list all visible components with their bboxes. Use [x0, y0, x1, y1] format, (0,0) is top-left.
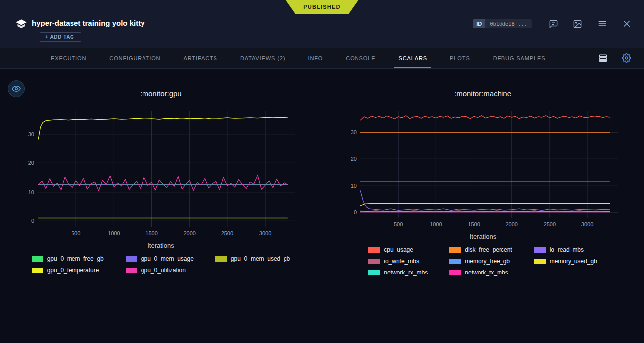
svg-text:1000: 1000 — [430, 221, 442, 227]
legend-item-gpu-0-mem-free-gb[interactable]: gpu_0_mem_free_gb — [32, 255, 104, 262]
close-icon[interactable] — [622, 19, 631, 28]
legend-item-cpu-usage[interactable]: cpu_usage — [368, 246, 428, 253]
legend-item-gpu-0-mem-used-gb[interactable]: gpu_0_mem_used_gb — [215, 255, 290, 262]
legend-label: gpu_0_mem_free_gb — [47, 255, 104, 262]
legend-label: io_read_mbs — [550, 246, 584, 253]
legend-label: network_tx_mbs — [465, 269, 508, 276]
svg-text:10: 10 — [350, 183, 356, 189]
settings-gear-icon[interactable] — [622, 53, 631, 63]
legend-swatch — [449, 247, 461, 253]
svg-text:2500: 2500 — [221, 230, 233, 236]
image-preview-icon[interactable] — [573, 19, 582, 29]
svg-text:0: 0 — [353, 209, 356, 215]
svg-text:1500: 1500 — [468, 221, 480, 227]
legend-label: gpu_0_temperature — [47, 267, 99, 274]
gpu-chart-panel: :monitor:gpu 010203050010001500200025003… — [0, 70, 322, 276]
title-block: hyper-dataset training yolo kitty + ADD … — [32, 15, 145, 42]
app-root: PUBLISHED hyper-dataset training yolo ki… — [0, 0, 644, 276]
svg-text:0: 0 — [31, 218, 34, 224]
header-actions: ID 0b1dde18 ... — [473, 19, 631, 29]
legend-item-gpu-0-utilization[interactable]: gpu_0_utilization — [126, 267, 194, 274]
tab-debug-samples[interactable]: DEBUG SAMPLES — [493, 48, 546, 68]
legend-label: memory_used_gb — [550, 258, 597, 265]
legend-item-io-read-mbs[interactable]: io_read_mbs — [534, 246, 597, 253]
menu-icon[interactable] — [597, 19, 607, 29]
tab-dataviews-2[interactable]: DATAVIEWS (2) — [240, 48, 286, 68]
legend-label: gpu_0_mem_usage — [141, 255, 194, 262]
tabbar-icons — [598, 53, 631, 63]
machine-chart-plot[interactable]: 010203050010001500200025003000 — [343, 106, 624, 231]
legend-item-network-rx-mbs[interactable]: network_rx_mbs — [368, 269, 428, 276]
svg-text:2000: 2000 — [183, 230, 195, 236]
legend-label: gpu_0_utilization — [141, 267, 186, 274]
legend-item-gpu-0-temperature[interactable]: gpu_0_temperature — [32, 267, 104, 274]
tab-scalars[interactable]: SCALARS — [398, 48, 427, 68]
id-label: ID — [473, 19, 485, 28]
legend-swatch — [32, 268, 43, 273]
comments-icon[interactable] — [549, 19, 558, 29]
tab-configuration[interactable]: CONFIGURATION — [109, 48, 160, 68]
legend-swatch — [449, 270, 461, 275]
svg-text:3000: 3000 — [581, 221, 593, 227]
legend-swatch — [449, 259, 461, 264]
svg-text:500: 500 — [393, 221, 402, 227]
tabbar: EXECUTIONCONFIGURATIONARTIFACTSDATAVIEWS… — [0, 48, 644, 69]
tabs: EXECUTIONCONFIGURATIONARTIFACTSDATAVIEWS… — [51, 48, 545, 68]
legend-item-memory-free-gb[interactable]: memory_free_gb — [449, 258, 512, 265]
gpu-chart-title: :monitor:gpu — [140, 89, 181, 98]
legend-item-network-tx-mbs[interactable]: network_tx_mbs — [449, 269, 512, 276]
machine-x-axis-label: Iterations — [470, 233, 496, 240]
svg-text:1000: 1000 — [108, 230, 120, 236]
hide-plots-eye-button[interactable] — [8, 80, 25, 97]
svg-text:30: 30 — [28, 131, 34, 137]
tab-console[interactable]: CONSOLE — [346, 48, 375, 68]
legend-swatch — [368, 259, 380, 264]
tab-plots[interactable]: PLOTS — [450, 48, 470, 68]
svg-text:2500: 2500 — [543, 221, 555, 227]
svg-text:500: 500 — [72, 230, 80, 236]
machine-chart-legend: cpu_usagedisk_free_percentio_read_mbsio_… — [368, 246, 597, 276]
legend-swatch — [368, 270, 380, 275]
legend-label: gpu_0_mem_used_gb — [231, 255, 290, 262]
gpu-chart-plot[interactable]: 010203050010001500200025003000 — [20, 106, 301, 240]
svg-text:2000: 2000 — [505, 221, 517, 227]
legend-label: cpu_usage — [384, 246, 413, 253]
eye-icon — [12, 84, 21, 93]
svg-text:1500: 1500 — [145, 230, 157, 236]
legend-item-io-write-mbs[interactable]: io_write_mbs — [368, 258, 428, 265]
tab-execution[interactable]: EXECUTION — [51, 48, 86, 68]
add-tag-button[interactable]: + ADD TAG — [40, 32, 81, 42]
experiment-id-badge[interactable]: ID 0b1dde18 ... — [473, 19, 532, 28]
gpu-x-axis-label: Iterations — [147, 242, 174, 249]
tab-artifacts[interactable]: ARTIFACTS — [183, 48, 217, 68]
svg-text:20: 20 — [28, 160, 34, 166]
table-view-icon[interactable] — [598, 53, 608, 63]
legend-item-disk-free-percent[interactable]: disk_free_percent — [449, 246, 512, 253]
legend-swatch — [368, 247, 380, 253]
published-label: PUBLISHED — [303, 4, 340, 10]
experiment-title: hyper-dataset training yolo kitty — [32, 19, 145, 27]
id-value: 0b1dde18 ... — [485, 19, 532, 28]
header: PUBLISHED hyper-dataset training yolo ki… — [0, 0, 644, 69]
machine-chart-panel: :monitor:machine 01020305001000150020002… — [322, 70, 644, 276]
svg-text:20: 20 — [350, 156, 356, 162]
svg-text:10: 10 — [28, 189, 34, 195]
tab-info[interactable]: INFO — [308, 48, 323, 68]
legend-item-memory-used-gb[interactable]: memory_used_gb — [534, 258, 597, 265]
clearml-logo-icon — [15, 18, 28, 31]
legend-swatch — [215, 256, 227, 262]
legend-swatch — [126, 268, 137, 273]
published-ribbon: PUBLISHED — [286, 0, 358, 14]
gpu-chart-legend: gpu_0_mem_free_gbgpu_0_mem_usagegpu_0_me… — [32, 255, 290, 274]
machine-chart-title: :monitor:machine — [454, 89, 511, 98]
legend-label: network_rx_mbs — [384, 269, 428, 276]
scalars-content: :monitor:gpu 010203050010001500200025003… — [0, 70, 644, 276]
legend-swatch — [32, 256, 43, 262]
legend-label: io_write_mbs — [384, 258, 419, 265]
legend-label: memory_free_gb — [465, 258, 510, 265]
svg-text:30: 30 — [350, 129, 356, 135]
legend-label: disk_free_percent — [465, 246, 512, 253]
legend-swatch — [126, 256, 137, 262]
legend-swatch — [534, 259, 546, 264]
legend-item-gpu-0-mem-usage[interactable]: gpu_0_mem_usage — [126, 255, 194, 262]
